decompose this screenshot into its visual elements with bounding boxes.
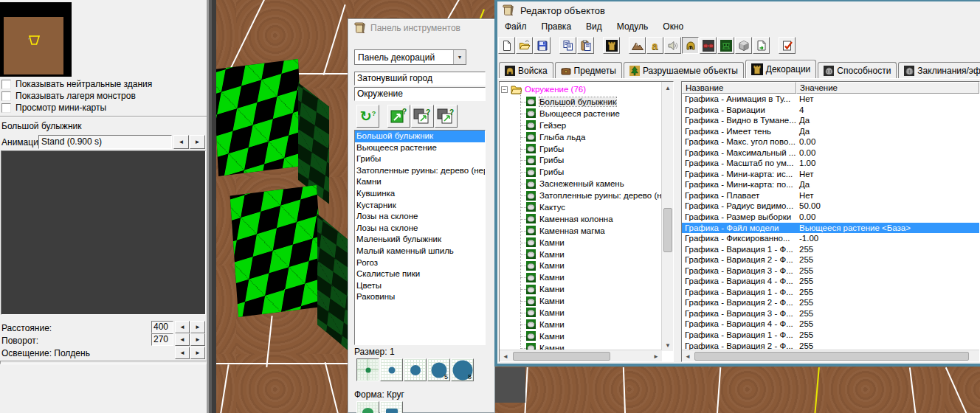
menu-item[interactable]: Модуль [610, 20, 656, 33]
property-row[interactable]: Графика - Вариация 1 - Ф... 255 [682, 287, 979, 298]
tree-horizontal-scrollbar[interactable]: ◄ ► [500, 350, 662, 361]
property-row[interactable]: Графика - Вариация 1 - Ф... 255 [682, 330, 979, 341]
animation-value-field[interactable]: Stand (0.900 s) [38, 135, 172, 149]
tree-item[interactable]: Каменная магма [500, 225, 661, 237]
brush-shape-square-button[interactable] [380, 401, 403, 413]
properties-horizontal-scrollbar[interactable]: ◄ [682, 350, 979, 361]
list-item[interactable]: Маленький булыжник [355, 234, 485, 246]
property-row[interactable]: Графика - Мини-карта: по... Да [682, 179, 979, 190]
property-row[interactable]: Графика - Макс. угол пово... 0.00 [682, 136, 979, 148]
tree-item[interactable]: Грибы [500, 154, 661, 166]
model-preview-area[interactable] [1, 150, 206, 315]
property-row[interactable]: Графика - Видно в Тумане... Да [682, 115, 979, 126]
menu-item[interactable]: Файл [497, 20, 534, 33]
rotation-increase-button[interactable]: ► [190, 333, 205, 346]
list-item[interactable]: Грибы [355, 153, 485, 165]
column-header-name[interactable]: Название [682, 82, 796, 94]
chevron-down-icon[interactable]: ▼ [453, 50, 466, 64]
brush-size-button[interactable]: 8 [451, 358, 474, 381]
toolbar-button-open-folder-icon[interactable] [516, 37, 533, 54]
tree-item[interactable]: Гейзер [500, 119, 661, 131]
menu-item[interactable]: Окно [655, 20, 691, 33]
toolbar-button-sound-icon[interactable] [664, 37, 681, 54]
toolbar-button-copy-icon[interactable] [559, 37, 576, 54]
distance-increase-button[interactable]: ► [190, 321, 205, 333]
rotation-decrease-button[interactable]: ◄ [175, 333, 190, 346]
toolbar-button-tower-icon[interactable] [603, 37, 620, 54]
property-row[interactable]: Графика - Вариация 3 - Ф... 255 [682, 308, 979, 319]
checkbox[interactable] [1, 80, 11, 89]
property-row[interactable]: Графика - Плавает Нет [682, 190, 979, 201]
toolbar-button-goggles-icon[interactable] [700, 37, 717, 54]
tree-item[interactable]: Камни [500, 319, 661, 330]
minimap-preview[interactable] [0, 2, 72, 77]
toolbar-button-doc-export-icon[interactable] [753, 37, 770, 54]
list-item[interactable]: Затопленные руины: дерево (нераз [355, 165, 485, 177]
menu-item[interactable]: Правка [534, 20, 579, 33]
list-item[interactable]: Рогоз [355, 257, 485, 269]
tab-Предметы[interactable]: Предметы [555, 62, 622, 78]
distance-value-field[interactable]: 400 [151, 321, 173, 333]
toolbar-button-doc-check-icon[interactable] [779, 37, 796, 54]
tree-item[interactable]: Камни [500, 260, 661, 271]
tree-item[interactable]: Большой булыжник [500, 96, 661, 108]
tree-item[interactable]: Каменная колонна [500, 213, 661, 225]
list-item[interactable]: Большой булыжник [355, 131, 485, 142]
rotation-value-field[interactable]: 270 [151, 333, 173, 346]
property-row[interactable]: Графика - Мини-карта: ис... Нет [682, 169, 979, 180]
toolbar-button-letter-a-icon[interactable]: a [646, 37, 663, 54]
scroll-left-icon[interactable]: ◄ [682, 350, 694, 362]
paint-mode-button[interactable]: ? [387, 105, 410, 128]
tree-item[interactable]: Камни [500, 330, 661, 342]
property-row[interactable]: Графика - Файл модели Вьющееся растение … [682, 223, 979, 234]
list-item[interactable]: Лозы на склоне [355, 211, 485, 223]
animation-prev-button[interactable]: ◄ [173, 135, 189, 149]
list-item[interactable]: Цветы [355, 280, 485, 292]
tab-Способности[interactable]: Способности [818, 62, 897, 78]
property-row[interactable]: Графика - Размер выборки 0.00 [682, 212, 979, 223]
tree-item[interactable]: Камни [500, 271, 661, 283]
menu-item[interactable]: Вид [579, 20, 610, 33]
list-item[interactable]: Лозы на склоне [355, 223, 485, 235]
refresh-button[interactable]: ↻? [356, 105, 379, 128]
list-item[interactable]: Скалистые пики [355, 268, 485, 280]
checkbox[interactable] [1, 91, 11, 101]
property-row[interactable]: Графика - Масштаб по ум... 1.00 [682, 158, 979, 169]
brush-shape-circle-button[interactable] [356, 401, 379, 413]
property-row[interactable]: Графика - Вариация 2 - Ф... 255 [682, 254, 979, 266]
tree-item[interactable]: Затопленные руины: дерево (нер [500, 190, 661, 201]
tab-Декорации[interactable]: Декорации [745, 60, 817, 78]
pane-splitter[interactable] [675, 81, 681, 362]
toolbar-button-monster-icon[interactable] [717, 37, 734, 54]
property-row[interactable]: Графика - Вариация 4 - Ф... 255 [682, 319, 979, 330]
list-item[interactable]: Камни [355, 176, 485, 188]
brush-size-button[interactable] [404, 358, 427, 381]
list-item[interactable]: Малый каменный шпиль [355, 246, 485, 257]
scrollbar-thumb[interactable] [663, 208, 672, 252]
property-row[interactable]: Графика - Имеет тень Да [682, 126, 979, 137]
property-row[interactable]: Графика - Фиксированно... -1.00 [682, 233, 979, 244]
tree-item[interactable]: Камни [500, 237, 661, 249]
scroll-left-icon[interactable]: ◄ [500, 350, 511, 362]
property-row[interactable]: Графика - Анимация в Ту... Нет [682, 94, 979, 105]
scrollbar-thumb[interactable] [513, 352, 610, 361]
replace-mode-button[interactable]: ? [411, 105, 434, 128]
list-item[interactable]: Кустарник [355, 200, 485, 212]
tree-item[interactable]: Заснеженный камень [500, 178, 661, 190]
tree-item[interactable]: Грибы [500, 166, 661, 178]
property-row[interactable]: Графика - Вариация 1 - Ф... 255 [682, 244, 979, 255]
tab-Заклинания/эффекты[interactable]: Заклинания/эффекты [898, 62, 980, 78]
checkbox-row[interactable]: Показывать лагеря монстров [0, 90, 205, 102]
tree-item[interactable]: Камни [500, 307, 661, 319]
lighting-prev-button[interactable]: ◄ [175, 347, 190, 359]
collapse-icon[interactable]: − [501, 86, 508, 93]
checkbox-row[interactable]: Показывать нейтральные здания [0, 78, 205, 90]
toolbar-button-paste-icon[interactable] [577, 37, 594, 54]
scroll-down-icon[interactable]: ▼ [662, 339, 674, 351]
property-row[interactable]: Графика - Вариация 2 - Ф... 255 [682, 297, 979, 308]
editor-window-titlebar[interactable]: Редактор объектов [497, 1, 980, 19]
panel-type-dropdown[interactable]: Панель декораций ▼ [354, 49, 466, 65]
tree-item[interactable]: Камни [500, 249, 661, 260]
column-header-value[interactable]: Значение [796, 82, 979, 94]
property-row[interactable]: Графика - Максимальный ... 0.00 [682, 148, 979, 159]
